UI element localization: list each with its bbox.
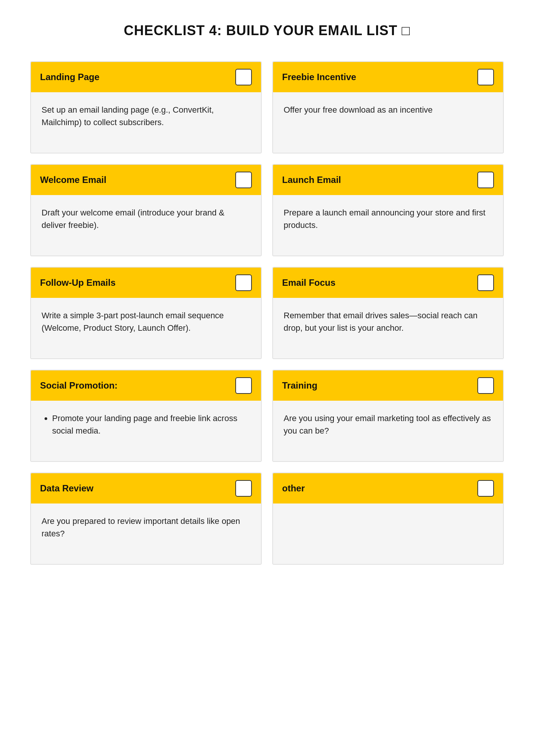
card-data-review: Data ReviewAre you prepared to review im… bbox=[30, 472, 262, 565]
card-body-social-promotion: Promote your landing page and freebie li… bbox=[31, 401, 261, 461]
card-body-follow-up-emails: Write a simple 3-part post-launch email … bbox=[31, 298, 261, 358]
card-body-data-review: Are you prepared to review important det… bbox=[31, 503, 261, 564]
checkbox-email-focus[interactable] bbox=[477, 274, 494, 291]
page-title: CHECKLIST 4: BUILD YOUR EMAIL LIST □ bbox=[30, 23, 504, 39]
checklist-grid: Landing PageSet up an email landing page… bbox=[30, 61, 504, 565]
card-header-email-focus: Email Focus bbox=[273, 268, 503, 298]
card-text-training: Are you using your email marketing tool … bbox=[284, 412, 492, 437]
card-title-landing-page: Landing Page bbox=[40, 72, 99, 82]
card-text-follow-up-emails: Write a simple 3-part post-launch email … bbox=[42, 309, 250, 334]
card-social-promotion: Social Promotion:Promote your landing pa… bbox=[30, 370, 262, 462]
card-freebie-incentive: Freebie IncentiveOffer your free downloa… bbox=[272, 61, 504, 153]
checkbox-launch-email[interactable] bbox=[477, 172, 494, 188]
checkbox-other[interactable] bbox=[477, 480, 494, 497]
checkbox-social-promotion[interactable] bbox=[235, 377, 252, 394]
card-header-data-review: Data Review bbox=[31, 473, 261, 503]
list-item: Promote your landing page and freebie li… bbox=[52, 412, 250, 437]
card-title-training: Training bbox=[282, 380, 317, 391]
checkbox-welcome-email[interactable] bbox=[235, 172, 252, 188]
checkbox-training[interactable] bbox=[477, 377, 494, 394]
checkbox-data-review[interactable] bbox=[235, 480, 252, 497]
card-other: other bbox=[272, 472, 504, 565]
card-body-email-focus: Remember that email drives sales—social … bbox=[273, 298, 503, 358]
card-header-training: Training bbox=[273, 370, 503, 401]
card-header-landing-page: Landing Page bbox=[31, 62, 261, 92]
card-welcome-email: Welcome EmailDraft your welcome email (i… bbox=[30, 164, 262, 256]
card-title-other: other bbox=[282, 483, 305, 494]
card-header-social-promotion: Social Promotion: bbox=[31, 370, 261, 401]
card-text-data-review: Are you prepared to review important det… bbox=[42, 515, 250, 540]
card-email-focus: Email FocusRemember that email drives sa… bbox=[272, 267, 504, 359]
checkbox-landing-page[interactable] bbox=[235, 69, 252, 85]
checkbox-freebie-incentive[interactable] bbox=[477, 69, 494, 85]
card-body-welcome-email: Draft your welcome email (introduce your… bbox=[31, 195, 261, 256]
card-body-landing-page: Set up an email landing page (e.g., Conv… bbox=[31, 92, 261, 153]
card-title-freebie-incentive: Freebie Incentive bbox=[282, 72, 356, 82]
card-text-freebie-incentive: Offer your free download as an incentive bbox=[284, 104, 492, 116]
card-header-welcome-email: Welcome Email bbox=[31, 165, 261, 195]
card-text-launch-email: Prepare a launch email announcing your s… bbox=[284, 206, 492, 231]
card-landing-page: Landing PageSet up an email landing page… bbox=[30, 61, 262, 153]
card-title-data-review: Data Review bbox=[40, 483, 93, 494]
card-follow-up-emails: Follow-Up EmailsWrite a simple 3-part po… bbox=[30, 267, 262, 359]
card-header-other: other bbox=[273, 473, 503, 503]
card-text-welcome-email: Draft your welcome email (introduce your… bbox=[42, 206, 250, 231]
card-title-social-promotion: Social Promotion: bbox=[40, 380, 117, 391]
card-header-freebie-incentive: Freebie Incentive bbox=[273, 62, 503, 92]
card-title-welcome-email: Welcome Email bbox=[40, 175, 106, 185]
card-body-freebie-incentive: Offer your free download as an incentive bbox=[273, 92, 503, 153]
card-text-landing-page: Set up an email landing page (e.g., Conv… bbox=[42, 104, 250, 129]
card-launch-email: Launch EmailPrepare a launch email annou… bbox=[272, 164, 504, 256]
card-body-other bbox=[273, 503, 503, 564]
card-header-follow-up-emails: Follow-Up Emails bbox=[31, 268, 261, 298]
card-header-launch-email: Launch Email bbox=[273, 165, 503, 195]
card-title-email-focus: Email Focus bbox=[282, 277, 335, 288]
checkbox-follow-up-emails[interactable] bbox=[235, 274, 252, 291]
card-title-launch-email: Launch Email bbox=[282, 175, 341, 185]
card-title-follow-up-emails: Follow-Up Emails bbox=[40, 277, 116, 288]
card-text-email-focus: Remember that email drives sales—social … bbox=[284, 309, 492, 334]
card-body-launch-email: Prepare a launch email announcing your s… bbox=[273, 195, 503, 256]
card-training: TrainingAre you using your email marketi… bbox=[272, 370, 504, 462]
card-body-training: Are you using your email marketing tool … bbox=[273, 401, 503, 461]
